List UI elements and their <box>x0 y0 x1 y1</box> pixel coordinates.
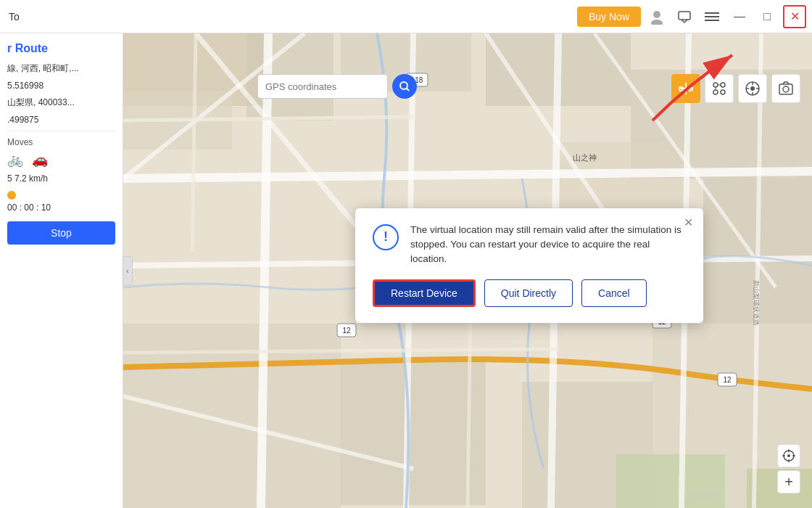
svg-point-1 <box>651 20 663 25</box>
sidebar-collapse-button[interactable]: ‹ <box>123 256 133 285</box>
dialog-message: The virtual location may still remain va… <box>410 223 686 267</box>
dialog-buttons: Restart Device Quit Directly Cancel <box>373 279 686 307</box>
sidebar: r Route 線, 河西, 昭和町,... 5.516998 山梨県, 400… <box>0 33 123 508</box>
dialog: ✕ ! The virtual location may still remai… <box>355 208 703 324</box>
app-title: To <box>9 11 20 22</box>
car-icon: 🚗 <box>32 152 48 168</box>
map-area[interactable]: 12 12 12 118 山之神 高德地图 新山梨環状道路 <box>123 33 812 508</box>
bike-icon: 🚲 <box>7 152 23 168</box>
dialog-body: ! The virtual location may still remain … <box>373 223 686 267</box>
close-button[interactable]: ✕ <box>783 5 806 28</box>
sidebar-route-title: r Route <box>7 42 115 55</box>
sidebar-coord-1: 5.516998 <box>7 81 115 91</box>
svg-rect-2 <box>679 12 690 20</box>
sidebar-timer: 00 : 00 : 10 <box>7 202 115 213</box>
chat-icon[interactable] <box>673 5 696 28</box>
menu-icon[interactable] <box>700 5 724 28</box>
sidebar-address-1: 線, 河西, 昭和町,... <box>7 62 115 75</box>
sidebar-orange-dot <box>7 191 16 200</box>
sidebar-speed: 5 7.2 km/h <box>7 173 115 184</box>
quit-directly-button[interactable]: Quit Directly <box>484 279 573 307</box>
cancel-button[interactable]: Cancel <box>581 279 647 307</box>
sidebar-coord-2: .499875 <box>7 115 115 125</box>
title-bar-right: Buy Now — □ ✕ <box>577 5 806 28</box>
stop-button[interactable]: Stop <box>7 221 115 245</box>
dialog-close-button[interactable]: ✕ <box>684 216 693 229</box>
title-bar-left: To <box>9 11 20 22</box>
title-bar: To Buy Now — □ ✕ <box>0 0 812 33</box>
user-profile-icon[interactable] <box>645 5 668 28</box>
dialog-info-icon: ! <box>373 224 399 250</box>
dialog-overlay: ✕ ! The virtual location may still remai… <box>246 67 812 508</box>
sidebar-address-2: 山梨県, 400033... <box>7 97 115 109</box>
sidebar-divider-1 <box>7 131 115 131</box>
maximize-button[interactable]: □ <box>755 5 779 28</box>
sidebar-moves-label: Moves <box>7 137 115 147</box>
minimize-button[interactable]: — <box>728 5 751 28</box>
sidebar-move-icons: 🚲 🚗 <box>7 152 115 168</box>
svg-point-0 <box>653 11 660 18</box>
buy-now-button[interactable]: Buy Now <box>577 7 641 27</box>
restart-device-button[interactable]: Restart Device <box>373 279 476 307</box>
